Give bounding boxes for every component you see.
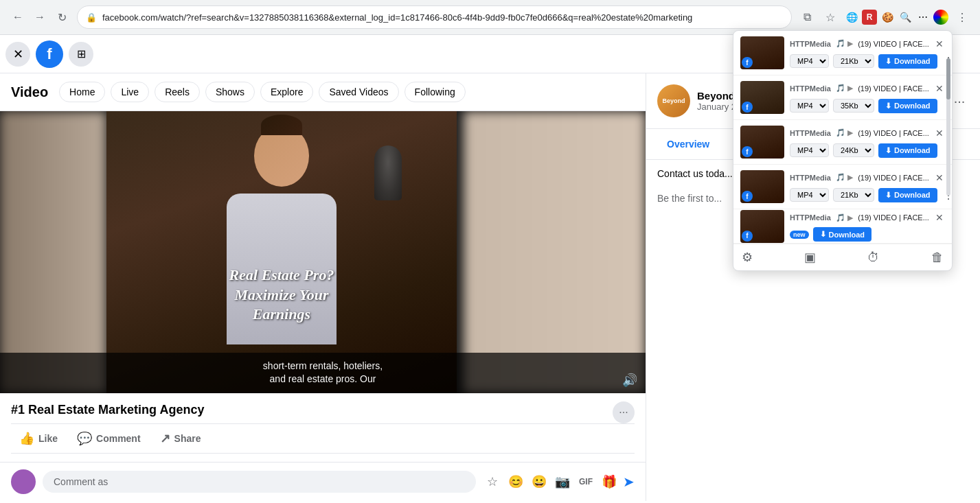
download-controls-5: new ⬇ Download (790, 227, 945, 242)
app-container: ← → ↻ 🔒 ⧉ ☆ 🌐 R 🍪 🔍 ⋯ ⋮ (0, 0, 980, 503)
address-bar[interactable]: 🔒 (77, 5, 792, 29)
video-bg-right (464, 111, 646, 393)
nav-saved-videos[interactable]: Saved Videos (319, 82, 398, 102)
media-icons-3: 🎵 ▶ (836, 128, 853, 137)
gif-icon[interactable]: GIF (576, 472, 595, 491)
close-btn-2[interactable]: ✕ (934, 82, 945, 95)
grid-menu-button[interactable]: ⊞ (69, 42, 93, 67)
download-btn-2[interactable]: ⬇ Download (878, 99, 937, 113)
hair (261, 115, 302, 135)
red-ext-icon[interactable]: R (862, 10, 877, 25)
like-button[interactable]: 👍 Like (11, 427, 66, 450)
download-btn-4[interactable]: ⬇ Download (878, 188, 937, 202)
fb-close-button[interactable]: ✕ (5, 42, 30, 67)
google-ext-icon[interactable]: 🔍 (898, 10, 913, 25)
close-icon: ✕ (13, 47, 23, 62)
size-select-2[interactable]: 35Kb (833, 99, 874, 113)
format-select-1[interactable]: MP4 (790, 54, 829, 68)
download-label-4: Download (894, 191, 931, 199)
popup-scrollbar[interactable] (946, 58, 950, 196)
comment-input[interactable]: Comment as (43, 471, 476, 493)
settings-icon[interactable]: ⚙ (742, 250, 753, 265)
format-select-2[interactable]: MP4 (790, 99, 829, 113)
star-icon[interactable]: ☆ (483, 472, 502, 491)
nav-shows[interactable]: Shows (205, 82, 255, 102)
download-item-3: f HTTPMedia 🎵 ▶ (19) VIDEO | FACE... ✕ M… (733, 120, 952, 165)
download-source-5: HTTPMedia (790, 213, 831, 222)
size-select-3[interactable]: 24Kb (833, 143, 874, 157)
download-header-2: HTTPMedia 🎵 ▶ (19) VIDEO | FACE... ✕ (790, 82, 945, 95)
new-badge: new (790, 231, 809, 239)
color-ext-icon[interactable] (933, 10, 948, 25)
video-subtitle-bar: short-term rentals, hoteliers, and real … (0, 353, 646, 393)
download-source-4: HTTPMedia (790, 174, 831, 182)
gift-icon[interactable]: 🎁 (600, 472, 619, 491)
tab-search-button[interactable]: ⧉ (797, 8, 817, 27)
channel-more-button[interactable]: ··· (950, 91, 969, 110)
video-more-button[interactable]: ··· (613, 401, 635, 423)
browser-nav-buttons: ← → ↻ (8, 8, 71, 27)
close-btn-1[interactable]: ✕ (934, 37, 945, 51)
url-input[interactable] (102, 12, 783, 23)
nav-home[interactable]: Home (59, 82, 105, 102)
cookie-ext-icon[interactable]: 🍪 (880, 10, 895, 25)
size-select-1[interactable]: 21Kb (833, 54, 874, 68)
download-thumb-3: f (740, 126, 784, 159)
close-btn-4[interactable]: ✕ (934, 171, 945, 185)
facebook-logo[interactable]: f (36, 40, 63, 68)
fb-badge-2: f (742, 102, 753, 113)
bookmark-button[interactable]: ☆ (821, 8, 840, 27)
download-header-3: HTTPMedia 🎵 ▶ (19) VIDEO | FACE... ✕ (790, 126, 945, 140)
comment-label: Comment (96, 433, 141, 444)
browser-toolbar: ← → ↻ 🔒 ⧉ ☆ 🌐 R 🍪 🔍 ⋯ ⋮ (0, 0, 980, 34)
download-info-3: HTTPMedia 🎵 ▶ (19) VIDEO | FACE... ✕ MP4… (790, 126, 945, 159)
download-icon-5: ⬇ (820, 230, 826, 239)
like-icon: 👍 (19, 431, 34, 446)
video-player[interactable]: Real Estate Pro?Maximize YourEarnings sh… (0, 111, 646, 393)
download-btn-5[interactable]: ⬇ Download (813, 227, 872, 242)
comment-icons: ☆ 😊 😀 📷 GIF 🎁 ➤ (483, 472, 635, 491)
comment-button[interactable]: 💬 Comment (69, 427, 149, 450)
download-title-2: (19) VIDEO | FACE... (858, 84, 929, 93)
download-btn-3[interactable]: ⬇ Download (878, 143, 937, 158)
format-select-3[interactable]: MP4 (790, 143, 829, 157)
video-info: #1 Real Estate Marketing Agency ··· 👍 Li… (0, 393, 646, 462)
download-thumb-4: f (740, 170, 784, 203)
forward-button[interactable]: → (30, 8, 49, 27)
sticker-icon[interactable]: 😊 (506, 472, 525, 491)
globe-ext-icon[interactable]: 🌐 (844, 10, 859, 25)
download-item-2: f HTTPMedia 🎵 ▶ (19) VIDEO | FACE... ✕ M… (733, 75, 952, 120)
share-button[interactable]: ↗ Share (152, 427, 209, 450)
download-header-4: HTTPMedia 🎵 ▶ (19) VIDEO | FACE... ✕ (790, 171, 945, 185)
download-thumb-1: f (740, 36, 784, 69)
layout-icon[interactable]: ▣ (804, 250, 816, 265)
fb-badge-3: f (742, 146, 753, 157)
video-actions: 👍 Like 💬 Comment ↗ Share (11, 423, 635, 454)
volume-icon[interactable]: 🔊 (622, 373, 637, 387)
history-icon[interactable]: ⏱ (867, 250, 880, 265)
format-select-4[interactable]: MP4 (790, 188, 829, 202)
nav-following[interactable]: Following (404, 82, 466, 102)
back-button[interactable]: ← (8, 8, 27, 27)
download-thumb-5: f (740, 210, 784, 243)
overview-button[interactable]: Overview (657, 134, 719, 154)
media-icons-1: 🎵 ▶ (836, 39, 853, 48)
download-source-3: HTTPMedia (790, 129, 831, 137)
dots-ext-icon[interactable]: ⋯ (915, 10, 931, 25)
channel-avatar[interactable]: Beyond (657, 84, 690, 117)
close-btn-3[interactable]: ✕ (934, 126, 945, 140)
nav-explore[interactable]: Explore (260, 82, 313, 102)
download-btn-1[interactable]: ⬇ Download (878, 54, 937, 69)
photo-icon[interactable]: 📷 (553, 472, 572, 491)
more-options-button[interactable]: ⋮ (953, 8, 972, 27)
nav-reels[interactable]: Reels (155, 82, 200, 102)
subtitle-line1: short-term rentals, hoteliers, (263, 360, 383, 371)
fb-badge-1: f (742, 57, 753, 68)
size-select-4[interactable]: 21Kb (833, 188, 874, 202)
trash-icon[interactable]: 🗑 (931, 250, 944, 265)
nav-live[interactable]: Live (111, 82, 149, 102)
emoji-icon[interactable]: 😀 (529, 472, 549, 491)
reload-button[interactable]: ↻ (52, 8, 71, 27)
close-btn-5[interactable]: ✕ (934, 211, 945, 224)
send-button[interactable]: ➤ (623, 473, 635, 490)
